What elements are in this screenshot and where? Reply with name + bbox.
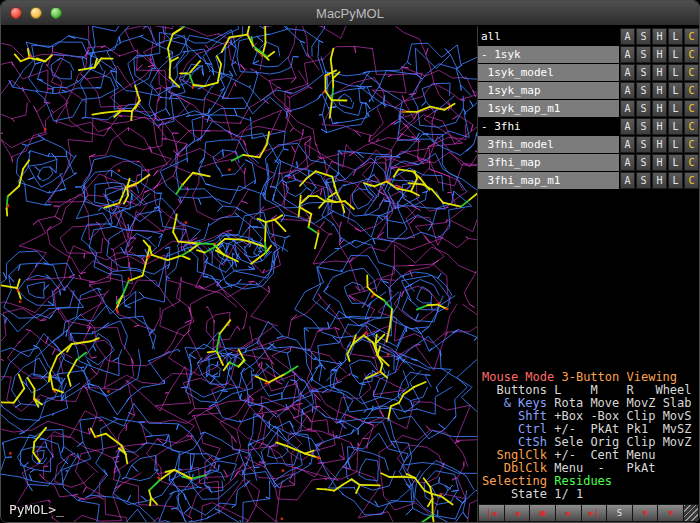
label-menu-button[interactable]: L: [668, 154, 683, 171]
label-menu-button[interactable]: L: [668, 46, 683, 63]
stop-button[interactable]: ■: [529, 504, 555, 522]
label-menu-button[interactable]: L: [668, 28, 683, 45]
object-name[interactable]: - 1syk: [478, 46, 619, 63]
mouse-line-values: 1/ 1: [547, 487, 583, 501]
mouse-line-key: Selecting: [482, 474, 547, 488]
object-name[interactable]: all: [478, 28, 619, 45]
zoom-button[interactable]: [50, 7, 62, 19]
label-menu-button[interactable]: L: [668, 172, 683, 189]
mouse-line-key: Mouse Mode: [482, 370, 554, 384]
object-name[interactable]: - 3fhi: [478, 118, 619, 135]
frame-menu-button[interactable]: ▼: [657, 504, 683, 522]
color-menu-button[interactable]: C: [684, 118, 699, 135]
scene-menu-button[interactable]: ▼: [632, 504, 658, 522]
mouse-line-values: 3-Button Viewing: [554, 370, 677, 384]
mouse-line-key: Buttons: [482, 383, 547, 397]
label-menu-button[interactable]: L: [668, 64, 683, 81]
action-menu-button[interactable]: A: [620, 46, 635, 63]
hide-menu-button[interactable]: H: [652, 118, 667, 135]
object-name[interactable]: 3fhi_map_m1: [478, 172, 619, 189]
action-menu-button[interactable]: A: [620, 100, 635, 117]
mouse-line-values: +/- PkAt Pk1 MvSZ: [547, 422, 692, 436]
show-menu-button[interactable]: S: [636, 172, 651, 189]
object-row: 1syk_map A S H L C: [478, 82, 699, 99]
play-button[interactable]: ▶: [555, 504, 581, 522]
molecule-canvas[interactable]: [1, 26, 477, 522]
step-back-button[interactable]: ◀: [504, 504, 530, 522]
show-menu-button[interactable]: S: [636, 64, 651, 81]
hide-menu-button[interactable]: H: [652, 100, 667, 117]
mouse-line-key: Shft: [482, 409, 547, 423]
color-menu-button[interactable]: C: [684, 64, 699, 81]
object-name[interactable]: 3fhi_model: [478, 136, 619, 153]
hide-menu-button[interactable]: H: [652, 82, 667, 99]
mouse-line-values: Rota Move MovZ Slab: [547, 396, 692, 410]
hide-menu-button[interactable]: H: [652, 154, 667, 171]
show-menu-button[interactable]: S: [636, 100, 651, 117]
object-name[interactable]: 1syk_model: [478, 64, 619, 81]
playback-bar: |◀ ◀ ■ ▶ ▶| S ▼ ▼: [478, 504, 699, 522]
object-name[interactable]: 1syk_map: [478, 82, 619, 99]
resize-grip[interactable]: [683, 504, 699, 522]
hide-menu-button[interactable]: H: [652, 136, 667, 153]
object-row: 3fhi_model A S H L C: [478, 136, 699, 153]
mouse-line-values: +Box -Box Clip MovS: [547, 409, 692, 423]
color-menu-button[interactable]: C: [684, 136, 699, 153]
label-menu-button[interactable]: L: [668, 100, 683, 117]
action-menu-button[interactable]: A: [620, 118, 635, 135]
show-menu-button[interactable]: S: [636, 154, 651, 171]
action-menu-button[interactable]: A: [620, 172, 635, 189]
label-menu-button[interactable]: L: [668, 118, 683, 135]
action-menu-button[interactable]: A: [620, 154, 635, 171]
object-row: 1syk_model A S H L C: [478, 64, 699, 81]
hide-menu-button[interactable]: H: [652, 64, 667, 81]
go-to-end-button[interactable]: ▶|: [581, 504, 607, 522]
macpymol-window: MacPyMOL PyMOL>_ all A S H L C: [0, 0, 700, 523]
window-title: MacPyMOL: [316, 6, 384, 21]
side-panel: all A S H L C - 1syk A S H L C: [477, 26, 699, 522]
color-menu-button[interactable]: C: [684, 154, 699, 171]
scene-button[interactable]: S: [606, 504, 632, 522]
mouse-mode-panel: Mouse Mode 3-Button Viewing Buttons L M …: [478, 371, 699, 504]
object-row: 3fhi_map_m1 A S H L C: [478, 172, 699, 189]
traffic-lights: [10, 1, 62, 25]
show-menu-button[interactable]: S: [636, 118, 651, 135]
mouse-line-values: +/- Cent Menu: [547, 448, 655, 462]
object-row: 3fhi_map A S H L C: [478, 154, 699, 171]
label-menu-button[interactable]: L: [668, 136, 683, 153]
label-menu-button[interactable]: L: [668, 82, 683, 99]
action-menu-button[interactable]: A: [620, 82, 635, 99]
show-menu-button[interactable]: S: [636, 82, 651, 99]
color-menu-button[interactable]: C: [684, 100, 699, 117]
object-row: - 1syk A S H L C: [478, 46, 699, 63]
close-button[interactable]: [10, 7, 22, 19]
hide-menu-button[interactable]: H: [652, 46, 667, 63]
show-menu-button[interactable]: S: [636, 28, 651, 45]
color-menu-button[interactable]: C: [684, 46, 699, 63]
object-name[interactable]: 1syk_map_m1: [478, 100, 619, 117]
minimize-button[interactable]: [30, 7, 42, 19]
hide-menu-button[interactable]: H: [652, 172, 667, 189]
mouse-line-values: Menu - PkAt: [547, 461, 655, 475]
color-menu-button[interactable]: C: [684, 82, 699, 99]
action-menu-button[interactable]: A: [620, 28, 635, 45]
window-content: PyMOL>_ all A S H L C - 1syk: [1, 26, 699, 522]
action-menu-button[interactable]: A: [620, 136, 635, 153]
color-menu-button[interactable]: C: [684, 28, 699, 45]
mouse-line-key: & Keys: [482, 396, 547, 410]
color-menu-button[interactable]: C: [684, 172, 699, 189]
mouse-line-values: Sele Orig Clip MovZ: [547, 435, 692, 449]
object-row: - 3fhi A S H L C: [478, 118, 699, 135]
object-name[interactable]: 3fhi_map: [478, 154, 619, 171]
action-menu-button[interactable]: A: [620, 64, 635, 81]
command-prompt[interactable]: PyMOL>_: [7, 502, 66, 517]
mouse-line-key: DblClk: [482, 461, 547, 475]
playback-buttons: |◀ ◀ ■ ▶ ▶| S ▼ ▼: [478, 504, 683, 522]
go-to-start-button[interactable]: |◀: [478, 504, 504, 522]
hide-menu-button[interactable]: H: [652, 28, 667, 45]
panel-spacer: [478, 190, 699, 371]
show-menu-button[interactable]: S: [636, 136, 651, 153]
show-menu-button[interactable]: S: [636, 46, 651, 63]
title-bar[interactable]: MacPyMOL: [1, 1, 699, 26]
mouse-line-values: Residues: [547, 474, 612, 488]
